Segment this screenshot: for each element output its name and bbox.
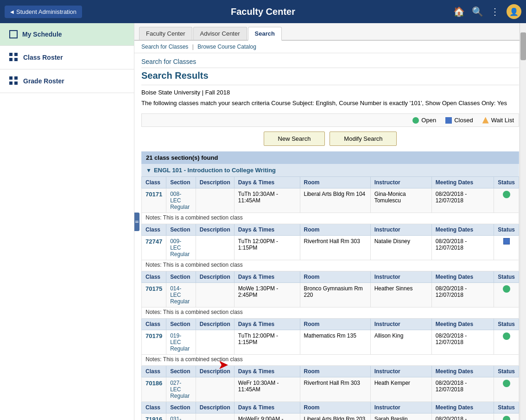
section-cell: 031-LECRegular	[166, 414, 196, 420]
legend-open: Open	[412, 117, 436, 124]
breadcrumb-browse-catalog[interactable]: Browse Course Catalog	[197, 44, 256, 50]
section-link[interactable]: 027-LECRegular	[170, 380, 190, 399]
tabs-row: Faculty Center Advisor Center Search	[134, 23, 526, 41]
side-handle[interactable]	[134, 213, 139, 231]
instructor-cell: Sarah Breslin	[370, 414, 431, 420]
days-times-cell: WeFr 10:30AM - 11:45AM	[234, 377, 300, 402]
scrollbar[interactable]	[520, 23, 526, 420]
content-area: Faculty Center Advisor Center Search Sea…	[134, 23, 526, 420]
meeting-dates-cell: 08/20/2018 - 12/07/2018	[431, 377, 494, 402]
col-header-status: Status	[494, 366, 519, 377]
modify-search-button[interactable]: Modify Search	[330, 132, 397, 146]
class-number-cell: 72747	[142, 236, 166, 260]
class-number-cell: 70179	[142, 330, 166, 355]
breadcrumb-separator: |	[192, 44, 195, 50]
button-row: New Search Modify Search	[141, 132, 519, 146]
class-roster-icon	[9, 53, 19, 62]
col-header-class: Class	[142, 224, 166, 236]
notes-cell: Notes: This is a combined section class	[142, 355, 519, 366]
sidebar-item-grade-roster[interactable]: Grade Roster	[0, 69, 134, 93]
back-button[interactable]: Student Administration	[5, 6, 82, 18]
section-link[interactable]: 014-LECRegular	[170, 285, 190, 305]
page-title-large: Search Results	[141, 70, 519, 85]
waitlist-indicator	[482, 117, 489, 124]
notes-row: Notes: This is a combined section class	[142, 355, 519, 366]
col-header-meeting-dates: Meeting Dates	[431, 271, 494, 283]
home-icon[interactable]: 🏠	[453, 6, 465, 17]
tab-advisor-center[interactable]: Advisor Center	[193, 27, 247, 40]
top-navigation: Student Administration Faculty Center 🏠 …	[0, 0, 526, 23]
sidebar-item-my-schedule[interactable]: My Schedule	[0, 23, 134, 46]
class-number-link[interactable]: 70186	[146, 380, 162, 387]
col-header-status: Status	[494, 319, 519, 330]
status-cell	[494, 330, 519, 355]
legend-open-label: Open	[421, 117, 436, 124]
table-row: 70179019-LECRegularTuTh 12:00PM - 1:15PM…	[142, 330, 519, 355]
section-cell: 019-LECRegular	[166, 330, 196, 355]
section-link[interactable]: 009-LECRegular	[170, 238, 190, 257]
notes-row: Notes: This is a combined section class	[142, 260, 519, 271]
room-cell: Riverfront Hall Rm 303	[300, 236, 370, 260]
section-link[interactable]: 019-LECRegular	[170, 332, 190, 352]
col-header-section: Section	[166, 366, 196, 377]
meeting-dates-cell: 08/20/2018 - 12/07/2018	[431, 236, 494, 260]
sidebar-item-class-roster[interactable]: Class Roster	[0, 46, 134, 69]
col-header-room: Room	[300, 402, 370, 414]
col-header-section: Section	[166, 177, 196, 188]
col-header-class: Class	[142, 366, 166, 377]
class-number-cell: 71916	[142, 414, 166, 420]
course-title-link[interactable]: ENGL 101 - Introduction to College Writi…	[154, 167, 276, 174]
days-times-cell: TuTh 10:30AM - 11:45AM	[234, 188, 300, 213]
table-row: 70186027-LECRegularWeFr 10:30AM - 11:45A…	[142, 377, 519, 402]
days-times-cell: TuTh 12:00PM - 1:15PM	[234, 330, 300, 355]
room-cell: Riverfront Hall Rm 303	[300, 377, 370, 402]
search-icon[interactable]: 🔍	[472, 6, 483, 17]
table-row: 70171008-LECRegularTuTh 10:30AM - 11:45A…	[142, 188, 519, 213]
section-link[interactable]: 031-LECRegular	[170, 416, 190, 420]
page-content: Search for Classes Search Results Boise …	[134, 53, 526, 420]
open-status-icon	[503, 416, 510, 420]
col-header-status: Status	[494, 402, 519, 414]
col-header-status: Status	[494, 271, 519, 283]
col-header-description: Description	[196, 224, 234, 236]
class-number-link[interactable]: 70171	[146, 191, 162, 198]
scrollbar-thumb[interactable]	[520, 32, 526, 60]
more-icon[interactable]: ⋮	[490, 6, 500, 17]
open-status-icon	[503, 191, 510, 198]
description-cell	[196, 236, 234, 260]
notes-cell: Notes: This is a combined section class	[142, 260, 519, 271]
col-header-days-&-times: Days & Times	[234, 402, 300, 414]
col-header-description: Description	[196, 177, 234, 188]
new-search-button[interactable]: New Search	[264, 132, 325, 146]
meeting-dates-cell: 08/20/2018 - 12/07/2018	[431, 414, 494, 420]
class-number-link[interactable]: 72747	[146, 238, 162, 245]
col-header-room: Room	[300, 224, 370, 236]
class-number-link[interactable]: 70175	[146, 285, 162, 292]
col-header-room: Room	[300, 177, 370, 188]
col-header-meeting-dates: Meeting Dates	[431, 177, 494, 188]
notes-row: Notes: This is a combined section class	[142, 213, 519, 224]
course-title-bar: ▼ ENGL 101 - Introduction to College Wri…	[141, 164, 519, 176]
profile-icon[interactable]: 👤	[507, 4, 521, 19]
collapse-arrow[interactable]: ▼	[146, 167, 152, 174]
class-number-link[interactable]: 70179	[146, 332, 162, 339]
class-number-cell: 70175	[142, 283, 166, 307]
schedule-icon	[9, 30, 18, 38]
class-number-link[interactable]: 71916	[146, 416, 162, 420]
col-header-class: Class	[142, 319, 166, 330]
tab-faculty-center[interactable]: Faculty Center	[139, 27, 192, 40]
breadcrumb: Search for Classes | Browse Course Catal…	[134, 41, 526, 53]
breadcrumb-search-for-classes[interactable]: Search for Classes	[141, 44, 188, 50]
section-link[interactable]: 008-LECRegular	[170, 191, 190, 210]
col-header-status: Status	[494, 177, 519, 188]
legend-waitlist: Wait List	[482, 117, 514, 124]
page-title-small: Search for Classes	[141, 58, 519, 68]
days-times-cell: MoWeFr 9:00AM - 9:50AM	[234, 414, 300, 420]
col-header-days-&-times: Days & Times	[234, 366, 300, 377]
col-header-meeting-dates: Meeting Dates	[431, 402, 494, 414]
legend-row: Open Closed Wait List	[141, 113, 519, 127]
tab-search[interactable]: Search	[248, 27, 282, 41]
closed-status-icon	[503, 238, 510, 244]
notes-cell: Notes: This is a combined section class	[142, 213, 519, 224]
days-times-cell: MoWe 1:30PM - 2:45PM	[234, 283, 300, 307]
